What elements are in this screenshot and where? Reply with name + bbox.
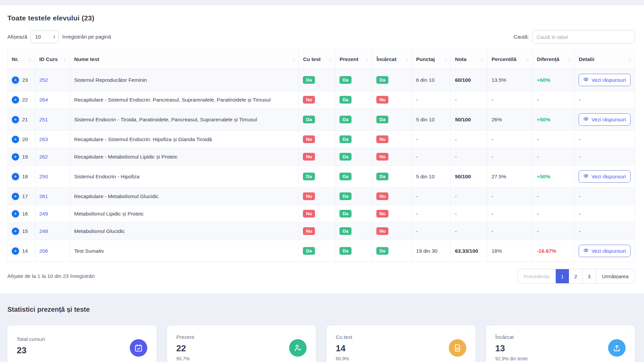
- search-input[interactable]: [532, 30, 635, 44]
- diferenta-value: -: [537, 193, 538, 199]
- view-answers-button[interactable]: Vezi răspunsuri: [579, 74, 631, 86]
- view-answers-label: Vezi răspunsuri: [591, 174, 626, 179]
- stats-grid: Total cursuri23Prezent2295.7%Cu test1460…: [7, 325, 635, 362]
- view-answers-button[interactable]: Vezi răspunsuri: [579, 113, 631, 126]
- row-number: 15: [22, 228, 28, 234]
- pagination-page-3[interactable]: 3: [582, 269, 596, 283]
- stat-card-texts: Cu test1460.9%: [336, 334, 352, 361]
- course-id-link[interactable]: 251: [39, 117, 48, 122]
- course-id-link[interactable]: 249: [39, 211, 48, 217]
- stat-sub-value: 92.9% din teste: [495, 356, 528, 361]
- percentila-value: -: [491, 97, 493, 103]
- row-number-cell: 20: [12, 136, 31, 143]
- details-empty-value: -: [579, 228, 580, 234]
- column-header-nr[interactable]: Nr.: [8, 50, 35, 69]
- expand-row-button[interactable]: [12, 136, 19, 143]
- table-row: 21251Sistemul Endocrin - Tiroida, Parati…: [8, 109, 635, 131]
- expand-row-button[interactable]: [12, 96, 19, 104]
- stat-label: Încărcat: [495, 334, 528, 340]
- course-id-link[interactable]: 248: [39, 228, 48, 234]
- course-id-link[interactable]: 263: [39, 136, 48, 142]
- column-header-inner: Nr.: [12, 56, 31, 62]
- column-header-nume-test[interactable]: Nume test: [70, 50, 299, 69]
- percentila-value: 27.5%: [491, 174, 506, 179]
- stat-value: 14: [336, 343, 352, 354]
- incarcat-badge: Nu: [376, 96, 388, 104]
- nota-value: -: [455, 193, 457, 199]
- diferenta-value: +60%: [537, 77, 550, 83]
- pagination-previous-button[interactable]: Precedenta: [518, 269, 555, 283]
- percentila-value: -: [491, 136, 493, 142]
- course-id-link[interactable]: 261: [39, 193, 48, 199]
- expand-row-button[interactable]: [12, 210, 19, 218]
- expand-row-button[interactable]: [12, 173, 19, 180]
- column-label: Punctaj: [416, 56, 435, 62]
- column-header-inner: Nota: [455, 56, 483, 62]
- test-name: Recapitulare - Sistemul Endocrin: Pancre…: [74, 97, 271, 103]
- pagination-next-button[interactable]: Următoarea: [596, 269, 635, 283]
- view-answers-button[interactable]: Vezi răspunsuri: [579, 245, 631, 257]
- cu-test-badge: Da: [303, 76, 315, 84]
- punctaj-value: -: [416, 154, 418, 160]
- column-header-percentila[interactable]: Percentilă: [487, 50, 533, 69]
- row-number: 17: [22, 193, 28, 199]
- expand-row-button[interactable]: [12, 153, 19, 161]
- row-number-cell: 22: [12, 96, 31, 104]
- expand-row-button[interactable]: [12, 193, 19, 200]
- cu-test-badge: Nu: [303, 153, 315, 161]
- stat-value: 13: [495, 343, 528, 354]
- column-header-detalii[interactable]: Detalii: [575, 50, 635, 69]
- course-id-link[interactable]: 250: [39, 174, 48, 179]
- column-header-inner: Nume test: [74, 56, 294, 62]
- sort-icon: [292, 57, 294, 62]
- column-header-cu-test[interactable]: Cu test: [299, 50, 335, 69]
- column-header-punctaj[interactable]: Punctaj: [412, 50, 451, 69]
- row-number: 22: [22, 97, 28, 103]
- course-id-link[interactable]: 252: [39, 77, 48, 83]
- column-label: Nota: [455, 56, 466, 62]
- column-header-diferenta[interactable]: Diferență: [533, 50, 575, 69]
- column-header-id-curs[interactable]: ID Curs: [35, 50, 70, 69]
- expand-row-button[interactable]: [12, 76, 19, 84]
- column-header-nota[interactable]: Nota: [451, 50, 487, 69]
- course-id-link[interactable]: 206: [39, 248, 48, 254]
- pagination-page-2[interactable]: 2: [569, 269, 582, 283]
- diferenta-value: +50%: [537, 117, 550, 122]
- column-header-incarcat[interactable]: Încărcat: [372, 50, 412, 69]
- stat-label: Cu test: [336, 334, 352, 340]
- stat-card-texts: Încărcat1392.9% din teste: [495, 334, 528, 361]
- row-number: 18: [22, 174, 28, 180]
- course-id-link[interactable]: 262: [39, 154, 48, 160]
- cu-test-badge: Da: [303, 247, 315, 255]
- row-number: 23: [22, 77, 28, 83]
- nota-value: 63.33/100: [455, 248, 478, 254]
- diferenta-value: -: [537, 136, 538, 142]
- view-answers-button[interactable]: Vezi răspunsuri: [579, 170, 631, 183]
- column-header-inner: Detalii: [579, 56, 631, 62]
- page-length-select[interactable]: 10: [31, 31, 59, 43]
- course-id-link[interactable]: 264: [39, 97, 48, 103]
- column-header-inner: ID Curs: [39, 56, 66, 62]
- details-empty-value: -: [579, 136, 580, 142]
- row-number-cell: 21: [12, 116, 31, 123]
- length-prefix-label: Afișează: [7, 34, 27, 40]
- sort-icon: [405, 57, 408, 62]
- cu-test-badge: Nu: [303, 96, 315, 104]
- tests-table-card: Toate testele elevului (23) Afișează 10 …: [0, 5, 644, 294]
- prezent-badge: Da: [339, 227, 351, 235]
- pagination-page-1[interactable]: 1: [555, 269, 569, 283]
- prezent-badge: Da: [339, 135, 351, 143]
- test-name: Metabolismul Glucidic: [74, 228, 125, 234]
- test-name: Recapitulare - Metabolismul Glucidic: [74, 193, 159, 199]
- eye-icon: [583, 116, 589, 123]
- column-header-prezent[interactable]: Prezent: [335, 50, 372, 69]
- sort-icon: [444, 57, 446, 62]
- expand-row-button[interactable]: [12, 116, 19, 123]
- nota-value: 50/100: [455, 174, 471, 179]
- nota-value: -: [455, 154, 457, 160]
- expand-row-button[interactable]: [12, 247, 19, 255]
- row-number: 20: [22, 136, 28, 142]
- expand-row-button[interactable]: [12, 228, 19, 235]
- search-label: Caută:: [514, 34, 529, 40]
- diferenta-value: -: [537, 228, 538, 234]
